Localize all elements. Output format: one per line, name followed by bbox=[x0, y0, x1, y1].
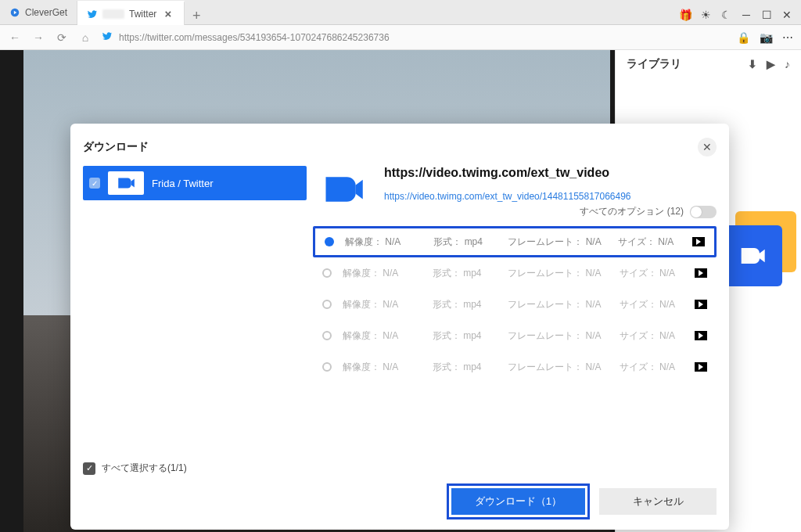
more-icon[interactable]: ⋯ bbox=[782, 31, 793, 44]
options-panel: https://video.twimg.com/ext_tw_video htt… bbox=[313, 166, 717, 478]
format-option[interactable]: 解像度： N/A 形式： mp4 フレームレート： N/A サイズ： N/A bbox=[313, 226, 717, 257]
cleverget-icon bbox=[9, 7, 20, 18]
dialog-close-button[interactable]: ✕ bbox=[698, 138, 717, 156]
download-dialog: ダウンロード ✕ ✓ Frida / Twitter ✓ すべて選択する bbox=[70, 124, 729, 530]
nav-bar: ← → ⟳ ⌂ https://twitter.com/messages/534… bbox=[0, 25, 801, 50]
format-option[interactable]: 解像度： N/A 形式： mp4 フレームレート： N/A サイズ： N/A bbox=[313, 289, 717, 320]
dialog-title: ダウンロード bbox=[83, 140, 149, 154]
thumbnail-card[interactable] bbox=[721, 211, 796, 286]
home-icon[interactable]: ⌂ bbox=[78, 31, 92, 45]
source-item[interactable]: ✓ Frida / Twitter bbox=[83, 166, 307, 200]
format-option[interactable]: 解像度： N/A 形式： mp4 フレームレート： N/A サイズ： N/A bbox=[313, 257, 717, 289]
twitter-icon bbox=[102, 31, 113, 44]
close-icon[interactable]: × bbox=[161, 7, 174, 20]
sidebar-title: ライブラリ bbox=[627, 57, 681, 71]
radio-icon bbox=[322, 300, 332, 309]
camera-icon[interactable]: 📷 bbox=[760, 31, 773, 44]
reload-icon[interactable]: ⟳ bbox=[55, 31, 69, 45]
format-option[interactable]: 解像度： N/A 形式： mp4 フレームレート： N/A サイズ： N/A bbox=[313, 351, 717, 383]
content-area: ライブラリ ⬇ ▶ ♪ ダウンロード ✕ bbox=[0, 50, 801, 532]
download-button[interactable]: ダウンロード（1） bbox=[451, 488, 585, 515]
download-button-highlight: ダウンロード（1） bbox=[447, 483, 590, 519]
minimize-button[interactable]: ─ bbox=[737, 5, 756, 24]
source-label: Frida / Twitter bbox=[152, 178, 214, 189]
close-button[interactable]: ✕ bbox=[778, 5, 796, 24]
video-icon[interactable]: ▶ bbox=[767, 58, 775, 70]
format-option[interactable]: 解像度： N/A 形式： mp4 フレームレート： N/A サイズ： N/A bbox=[313, 320, 717, 351]
blurred-text bbox=[102, 9, 124, 19]
maximize-button[interactable]: ☐ bbox=[757, 5, 776, 24]
tab-label: Twitter bbox=[129, 9, 156, 20]
tab-bar: CleverGet Twitter × + 🎁 ☀ ☾ ─ ☐ ✕ bbox=[0, 0, 801, 25]
url-text: https://twitter.com/messages/534193654-1… bbox=[119, 32, 390, 43]
radio-icon bbox=[322, 362, 332, 372]
gift-icon[interactable]: 🎁 bbox=[676, 5, 695, 24]
check-icon: ✓ bbox=[83, 462, 95, 475]
check-icon: ✓ bbox=[89, 178, 100, 189]
radio-icon bbox=[322, 331, 332, 340]
play-icon[interactable] bbox=[695, 331, 707, 340]
tab-twitter[interactable]: Twitter × bbox=[77, 1, 185, 25]
source-panel: ✓ Frida / Twitter ✓ すべて選択する(1/1) bbox=[83, 166, 307, 478]
source-thumb bbox=[108, 171, 144, 195]
twitter-icon bbox=[87, 9, 98, 20]
lock-icon[interactable]: 🔒 bbox=[737, 31, 750, 44]
audio-icon[interactable]: ♪ bbox=[785, 58, 790, 70]
download-icon[interactable]: ⬇ bbox=[748, 58, 757, 70]
url-bar[interactable]: https://twitter.com/messages/534193654-1… bbox=[102, 31, 727, 44]
cancel-button[interactable]: キャンセル bbox=[599, 488, 717, 515]
format-options-list: 解像度： N/A 形式： mp4 フレームレート： N/A サイズ： N/A 解… bbox=[313, 226, 717, 383]
back-icon[interactable]: ← bbox=[8, 31, 22, 45]
all-options-label: すべてのオプション (12) bbox=[580, 205, 684, 218]
new-tab-button[interactable]: + bbox=[185, 8, 208, 24]
moon-icon[interactable]: ☾ bbox=[717, 5, 735, 24]
radio-icon bbox=[322, 268, 332, 278]
play-icon[interactable] bbox=[695, 268, 707, 278]
select-all-label: すべて選択する(1/1) bbox=[102, 462, 187, 475]
radio-icon bbox=[325, 237, 334, 246]
select-all[interactable]: ✓ すべて選択する(1/1) bbox=[83, 458, 307, 478]
options-toggle[interactable] bbox=[690, 206, 717, 218]
video-url-title: https://video.twimg.com/ext_tw_video bbox=[384, 166, 717, 180]
play-icon[interactable] bbox=[695, 300, 707, 309]
play-icon[interactable] bbox=[695, 362, 707, 372]
play-icon[interactable] bbox=[692, 237, 705, 246]
forward-icon[interactable]: → bbox=[31, 31, 45, 45]
sun-icon[interactable]: ☀ bbox=[696, 5, 715, 24]
app-logo bbox=[313, 166, 373, 213]
tab-label: CleverGet bbox=[25, 7, 67, 18]
video-url-link[interactable]: https://video.twimg.com/ext_tw_video/144… bbox=[384, 191, 717, 202]
tab-cleverget[interactable]: CleverGet bbox=[0, 1, 77, 24]
